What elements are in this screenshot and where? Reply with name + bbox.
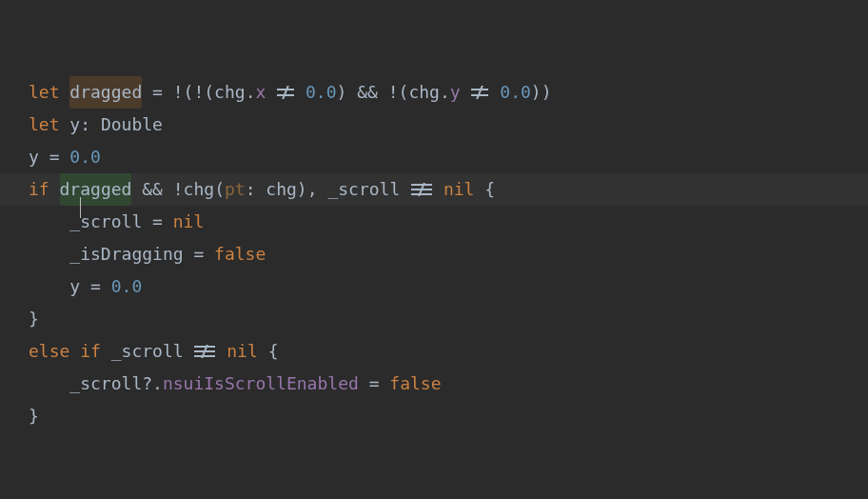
keyword-if: if (29, 173, 49, 206)
number-literal: 0.0 (306, 76, 337, 109)
number-literal: 0.0 (69, 141, 101, 173)
code-line[interactable]: let y: Double (29, 109, 868, 141)
paren-close: ) (542, 76, 552, 109)
operator-not: ! (388, 76, 399, 109)
keyword-let: let (29, 109, 60, 141)
variable-y: y (69, 270, 80, 303)
space (400, 173, 410, 206)
space (60, 109, 70, 141)
indent (29, 368, 69, 400)
space (258, 335, 268, 368)
paren-open: ( (399, 76, 409, 109)
code-line-current[interactable]: if dragged && !chg(pt: chg), _scroll nil… (0, 173, 868, 206)
operator-identical-icon (194, 345, 215, 358)
code-line[interactable]: y = 0.0 (29, 141, 868, 173)
code-line[interactable]: _scroll = nil (29, 206, 868, 238)
indent (29, 270, 69, 303)
operator-not-equal-icon (277, 86, 294, 99)
space (295, 76, 306, 109)
space (101, 335, 111, 368)
identifier-chg: chg (214, 76, 246, 109)
code-line[interactable]: } (29, 400, 868, 432)
type-double: Double (101, 109, 163, 141)
brace-open: { (268, 335, 279, 368)
operator-assign: = (142, 206, 173, 238)
paren-close: ) (337, 76, 347, 109)
number-literal: 0.0 (500, 76, 531, 109)
space (49, 173, 60, 206)
variable-dragged: dragged (60, 173, 132, 206)
dot: . (246, 76, 256, 109)
operator-identical-icon (411, 183, 432, 196)
indent (29, 238, 69, 270)
variable-y: y (29, 141, 39, 173)
code-line[interactable]: else if _scroll nil { (29, 335, 868, 368)
code-line[interactable]: } (29, 303, 868, 335)
operator-and: && (131, 173, 172, 206)
optional-chain: ?. (142, 368, 163, 400)
space (474, 173, 484, 206)
code-line[interactable]: let dragged = !(!(chg.x 0.0) && !(chg.y … (29, 76, 868, 109)
code-line[interactable]: y = 0.0 (29, 270, 868, 303)
keyword-false: false (389, 368, 441, 400)
code-line[interactable]: _isDragging = false (29, 238, 868, 270)
comma: , (307, 173, 328, 206)
space (266, 76, 276, 109)
identifier-isdragging: _isDragging (69, 238, 183, 270)
brace-open: { (484, 173, 495, 206)
operator-assign: = (39, 141, 70, 173)
keyword-else: else (29, 335, 69, 368)
paren-open: ( (204, 76, 214, 109)
variable-y: y (69, 109, 80, 141)
operator-assign: = (80, 270, 111, 303)
keyword-false: false (214, 238, 266, 270)
operator-not-equal-icon (471, 86, 488, 99)
identifier-scroll: _scroll (111, 335, 184, 368)
colon: : (80, 109, 101, 141)
paren-open: ( (214, 173, 225, 206)
colon: : (246, 173, 266, 206)
variable-dragged: dragged (69, 76, 142, 109)
property-nsuiisscrollenabled: nsuiIsScrollEnabled (163, 368, 359, 400)
brace-close: } (29, 303, 39, 335)
operator-not: ! (173, 173, 184, 206)
operator-assign: = (184, 238, 215, 270)
property-y: y (450, 76, 461, 109)
keyword-nil: nil (227, 335, 258, 368)
operator-not: ! (193, 76, 204, 109)
paren-close: ) (531, 76, 542, 109)
operator-and: && (346, 76, 387, 109)
space (489, 76, 500, 109)
number-literal: 0.0 (111, 270, 143, 303)
code-line[interactable]: _scroll?.nsuiIsScrollEnabled = false (29, 368, 868, 400)
operator-assign: = (359, 368, 390, 400)
identifier-scroll: _scroll (327, 173, 400, 206)
operator-not: ! (173, 76, 184, 109)
space (461, 76, 471, 109)
property-x: x (255, 76, 266, 109)
indent (29, 206, 69, 238)
keyword-if: if (80, 335, 101, 368)
space (184, 335, 194, 368)
paren-open: ( (184, 76, 194, 109)
code-editor[interactable]: let dragged = !(!(chg.x 0.0) && !(chg.y … (29, 76, 868, 432)
paren-close: ) (297, 173, 307, 206)
space (60, 76, 70, 109)
dot: . (440, 76, 450, 109)
identifier-scroll: _scroll (69, 368, 142, 400)
keyword-let: let (29, 76, 60, 109)
space (69, 335, 80, 368)
operator-assign: = (142, 76, 173, 109)
identifier-chg: chg (266, 173, 297, 206)
identifier-chg: chg (408, 76, 440, 109)
keyword-nil: nil (444, 173, 475, 206)
identifier-scroll: _scroll (69, 206, 142, 238)
identifier-chg: chg (184, 173, 215, 206)
param-label-pt: pt (225, 173, 246, 206)
space (216, 335, 227, 368)
brace-close: } (29, 400, 39, 432)
keyword-nil: nil (173, 206, 205, 238)
space (433, 173, 444, 206)
